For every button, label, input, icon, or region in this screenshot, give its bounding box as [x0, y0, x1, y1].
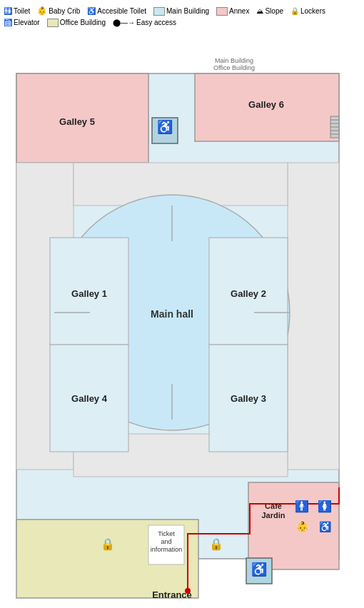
- toilet-icon: 🚻: [4, 6, 12, 16]
- main-building-map-label: Main Building: [215, 57, 253, 64]
- office-building-box: [47, 19, 59, 27]
- legend-lockers: 🔒 Lockers: [290, 6, 325, 16]
- legend-annex: Annex: [216, 6, 249, 16]
- galley3-label: Galley 3: [231, 393, 266, 404]
- accessible-icon: ♿: [87, 6, 96, 16]
- toilet-female-icon: 🚺: [318, 500, 332, 513]
- legend-easy-access: ⬤—→ Easy access: [113, 18, 176, 28]
- ticket-label3: information: [151, 546, 183, 553]
- galley5-label: Galley 5: [59, 116, 95, 127]
- legend: 🚻 Toilet 👶 Baby Crib ♿ Accesible Toilet …: [4, 6, 360, 28]
- office-building-map-label: Office Building: [213, 64, 255, 71]
- main-building-box: [153, 7, 165, 16]
- svg-rect-4: [288, 163, 339, 470]
- galley2-label: Galley 2: [231, 288, 266, 299]
- legend-slope: ⛰ Slope: [256, 6, 283, 16]
- cafe-jardin-label2: Jardin: [261, 511, 285, 520]
- elevator-bottom-icon: ♿: [251, 562, 268, 577]
- elevator-icon: 🛗: [4, 18, 12, 28]
- legend-elevator: 🛗 Elevator: [4, 18, 40, 28]
- toilet-male-icon: 🚹: [295, 500, 309, 513]
- easy-access-icon: ⬤—→: [113, 18, 135, 28]
- legend-office-building: Office Building: [47, 18, 106, 28]
- accessible-map-icon: ♿: [319, 521, 332, 533]
- galley4-label: Galley 4: [71, 393, 108, 404]
- easy-access-end: [185, 588, 191, 594]
- ticket-label2: and: [161, 538, 171, 545]
- baby-crib-icon: 👶: [37, 6, 47, 16]
- annex-box: [216, 7, 228, 16]
- lockers-icon-map2: 🔒: [209, 537, 223, 551]
- galley6-label: Galley 6: [248, 99, 284, 110]
- svg-text:♿: ♿: [157, 119, 173, 135]
- legend-accessible-toilet: ♿ Accesible Toilet: [87, 6, 146, 16]
- galley1-label: Galley 1: [71, 288, 107, 299]
- floor-map: ♿ Galley 1 Galley 2 Galley 3 Galley 4 Ga…: [6, 49, 355, 604]
- ticket-label1: Ticket: [158, 530, 175, 537]
- baby-crib-map-icon: 👶: [296, 521, 309, 533]
- legend-baby-crib: 👶 Baby Crib: [37, 6, 80, 16]
- slope-icon: ⛰: [256, 6, 263, 16]
- cafe-jardin-label: Café: [265, 502, 282, 510]
- legend-toilet: 🚻 Toilet: [4, 6, 30, 16]
- main-hall-label: Main hall: [151, 308, 193, 320]
- lockers-icon-map: 🔒: [101, 537, 115, 551]
- legend-main-building: Main Building: [153, 6, 209, 16]
- lockers-icon: 🔒: [290, 6, 299, 16]
